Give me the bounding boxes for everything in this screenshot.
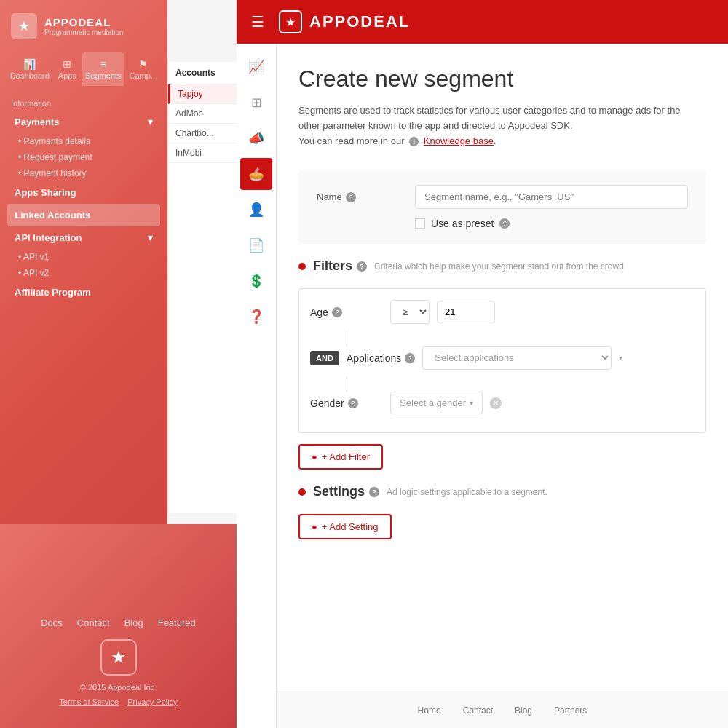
and-row: AND Applications ? Select applications ▾ [310, 346, 695, 370]
applications-select[interactable]: Select applications [422, 346, 612, 370]
menu-payments[interactable]: Payments ▾ [7, 111, 160, 133]
main-footer-contact[interactable]: Contact [463, 705, 493, 716]
account-inmobi[interactable]: InMobi [168, 143, 237, 163]
applications-label: Applications [347, 352, 402, 364]
brand-tagline: Programmatic mediation [44, 28, 123, 36]
segments-icon: ≡ [85, 58, 122, 70]
preset-info-icon: ? [499, 218, 510, 229]
main-footer-blog[interactable]: Blog [515, 705, 532, 716]
filters-info-icon: ? [357, 261, 367, 272]
menu-linked-accounts[interactable]: Linked Accounts [7, 204, 160, 226]
menu-affiliate[interactable]: Affiliate Program [7, 281, 160, 304]
tab-campaigns-label: Camp... [129, 71, 157, 80]
linked-accounts-sidebar: Accounts Tapjoy AdMob Chartbo... InMobi [167, 62, 237, 513]
menu-section-information: Information [7, 93, 160, 111]
applications-info-icon: ? [405, 353, 415, 363]
gender-dropdown-arrow: ▾ [470, 399, 473, 407]
menu-request-payment[interactable]: • Request payment [7, 149, 160, 165]
filter-container: Age ? ≥ AND Applications ? Select applic… [298, 288, 706, 433]
gender-clear-icon[interactable]: ✕ [490, 397, 502, 409]
icon-doc[interactable]: 📄 [240, 229, 272, 261]
account-chartboost[interactable]: Chartbo... [168, 124, 237, 143]
add-setting-plus: ● [312, 521, 317, 532]
footer-privacy[interactable]: Privacy Policy [127, 697, 177, 706]
footer-nav: Docs Contact Blog Featured [41, 617, 196, 628]
menu-payments-details[interactable]: • Payments details [7, 133, 160, 149]
menu-api-v2[interactable]: • API v2 [7, 265, 160, 281]
api-chevron: ▾ [148, 232, 153, 243]
tab-dashboard-label: Dashboard [10, 71, 50, 80]
icon-people[interactable]: 👤 [240, 194, 272, 226]
apps-icon: ⊞ [58, 58, 77, 70]
tab-dashboard[interactable]: 📊 Dashboard [7, 52, 52, 86]
add-setting-button[interactable]: ● + Add Setting [298, 514, 392, 539]
footer-tos[interactable]: Terms of Service [59, 697, 119, 706]
footer-logo: ★ [100, 639, 137, 676]
icon-grid[interactable]: ⊞ [240, 87, 272, 119]
icon-chart[interactable]: 📈 [240, 51, 272, 83]
filters-subtitle: Criteria which help make your segment st… [374, 261, 624, 272]
connector-line-2 [347, 377, 347, 392]
gender-filter-row: Gender ? Select a gender ▾ ✕ [310, 392, 695, 414]
connector-line-1 [347, 331, 347, 346]
gender-info-icon: ? [348, 398, 358, 408]
sidebar-tabs: 📊 Dashboard ⊞ Apps ≡ Segments ⚑ Camp... [0, 52, 167, 86]
applications-dropdown-arrow: ▾ [619, 354, 622, 362]
linked-header: Accounts [168, 62, 237, 84]
settings-title: Settings ? [313, 484, 379, 499]
settings-dot [298, 488, 306, 496]
tab-segments[interactable]: ≡ Segments [82, 52, 124, 86]
top-nav: ☰ ★ APPODEAL [237, 0, 728, 44]
payments-label: Payments [15, 116, 59, 127]
settings-section: Settings ? Ad logic settings applicable … [298, 484, 706, 539]
footer-copyright: © 2015 Appodeal Inc. [80, 683, 157, 692]
age-filter-row: Age ? ≥ [310, 300, 695, 324]
icon-pie[interactable]: 🥧 [240, 158, 272, 190]
use-preset-checkbox[interactable] [415, 218, 425, 229]
footer-contact[interactable]: Contact [77, 617, 110, 628]
top-brand-name: APPODEAL [309, 12, 410, 31]
page-description: Segments are used to track statistics fo… [298, 103, 706, 149]
menu-apps-sharing[interactable]: Apps Sharing [7, 181, 160, 204]
footer-blog[interactable]: Blog [124, 617, 143, 628]
footer-featured[interactable]: Featured [158, 617, 196, 628]
applications-label-wrap: Applications ? [347, 352, 416, 364]
filters-header: Filters ? Criteria which help make your … [298, 258, 706, 274]
icon-dollar[interactable]: 💲 [240, 265, 272, 297]
main-footer-home[interactable]: Home [418, 705, 441, 716]
main-footer: Home Contact Blog Partners [277, 692, 728, 728]
menu-payment-history[interactable]: • Payment history [7, 165, 160, 181]
age-info-icon: ? [332, 307, 342, 317]
top-brand: ★ APPODEAL [279, 10, 410, 33]
age-value-input[interactable] [437, 301, 495, 323]
age-label-wrap: Age ? [310, 306, 383, 318]
tab-campaigns[interactable]: ⚑ Camp... [126, 52, 160, 86]
menu-api-integration[interactable]: API Integration ▾ [7, 226, 160, 249]
brand-header: ★ APPODEAL Programmatic mediation [0, 0, 167, 52]
info-icon-small: ℹ [409, 137, 419, 146]
desc-line2: other parameter known to the app and dir… [298, 120, 573, 131]
knowledge-base-link[interactable]: Knowledge base [424, 135, 494, 146]
filters-dot [298, 263, 306, 270]
tab-apps[interactable]: ⊞ Apps [55, 52, 80, 86]
gender-dropdown[interactable]: Select a gender ▾ [390, 392, 483, 414]
hamburger-menu[interactable]: ☰ [251, 13, 264, 31]
footer-docs[interactable]: Docs [41, 617, 63, 628]
age-operator-select[interactable]: ≥ [390, 300, 430, 324]
left-panel: ★ APPODEAL Programmatic mediation 📊 Dash… [0, 0, 237, 728]
settings-header: Settings ? Ad logic settings applicable … [298, 484, 706, 499]
add-setting-label: + Add Setting [322, 521, 379, 532]
account-admob[interactable]: AdMob [168, 104, 237, 124]
icon-sidebar: 📈 ⊞ 📣 🥧 👤 📄 💲 ❓ [237, 44, 277, 728]
icon-faq[interactable]: ❓ [240, 301, 272, 333]
icon-speaker[interactable]: 📣 [240, 122, 272, 154]
gender-placeholder: Select a gender [400, 397, 466, 408]
account-tapjoy[interactable]: Tapjoy [168, 84, 237, 104]
menu-api-v1[interactable]: • API v1 [7, 249, 160, 265]
dashboard-icon: 📊 [10, 58, 50, 70]
add-filter-label: + Add Filter [322, 451, 370, 462]
main-footer-partners[interactable]: Partners [554, 705, 587, 716]
top-brand-icon: ★ [279, 10, 302, 33]
segment-name-input[interactable] [415, 185, 688, 209]
add-filter-button[interactable]: ● + Add Filter [298, 444, 383, 470]
